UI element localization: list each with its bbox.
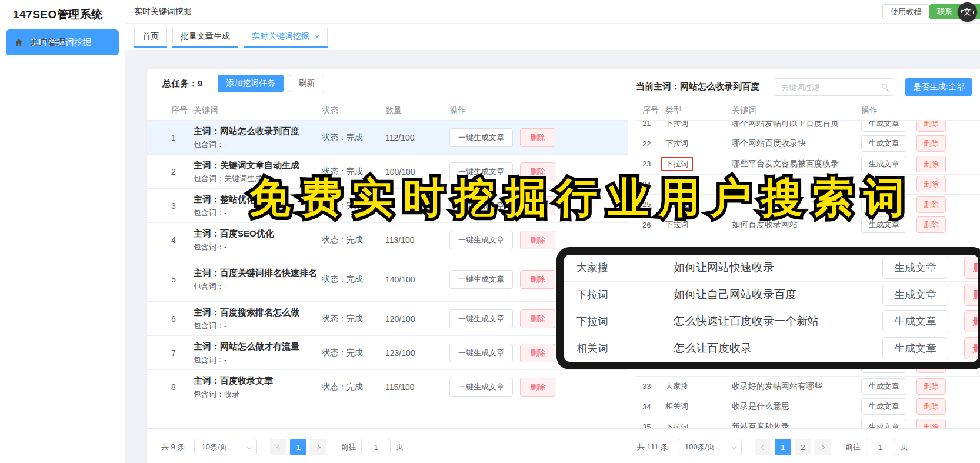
generate-article-button[interactable]: 生成文章 xyxy=(861,216,906,233)
task-row[interactable]: 2 主词：关键词文章自动生成 包含词：关键词生成 状态：完成 100/100 一… xyxy=(147,155,628,189)
task-keyword-cell: 主词：百度关键词排名快速排名 包含词：- xyxy=(194,267,322,292)
generate-article-button[interactable]: 生成文章 xyxy=(882,337,948,359)
generate-article-button[interactable]: 一键生成文章 xyxy=(449,162,513,181)
keyword-type-cell: 下拉词 xyxy=(665,159,732,169)
delete-button[interactable]: 删除 xyxy=(916,176,946,192)
delete-button[interactable]: 删除 xyxy=(520,378,555,397)
keyword-ops: 生成文章 删除 xyxy=(861,176,980,192)
tab[interactable]: 首页 × xyxy=(134,28,167,45)
generate-article-button[interactable]: 生成文章 xyxy=(861,419,906,428)
delete-button[interactable]: 删除 xyxy=(964,337,980,359)
task-include-words: 包含词：- xyxy=(194,355,322,365)
translate-icon[interactable]: 文 xyxy=(958,2,977,22)
keyword-row[interactable]: 33 大家搜 收录好的发帖网站有哪些 生成文章 删除 xyxy=(635,377,980,397)
keyword-row[interactable]: 22 下拉词 哪个网站百度收录快 生成文章 删除 xyxy=(635,134,980,155)
keyword-row[interactable]: 34 相关词 收录是什么意思 生成文章 删除 xyxy=(635,397,980,418)
generate-article-button[interactable]: 一键生成文章 xyxy=(449,128,513,147)
delete-button[interactable]: 删除 xyxy=(916,419,946,428)
task-row[interactable]: 4 主词：百度SEO优化 包含词：- 状态：完成 113/100 一键生成文章 … xyxy=(147,223,628,257)
delete-button[interactable]: 删除 xyxy=(520,128,555,147)
delete-button[interactable]: 删除 xyxy=(916,135,946,152)
delete-button[interactable]: 删除 xyxy=(916,121,946,132)
keyword-row[interactable]: 24 下拉词 生成文章 删除 xyxy=(635,175,980,195)
delete-button[interactable]: 删除 xyxy=(520,309,555,328)
task-qty: 112/100 xyxy=(385,133,449,142)
delete-button[interactable]: 删除 xyxy=(520,270,555,289)
keyword-row[interactable]: 21 下拉词 哪个网站发帖可以上百度首页 生成文章 删除 xyxy=(635,121,980,134)
tab[interactable]: 批量文章生成 × xyxy=(172,28,238,45)
task-row[interactable]: 3 主词：整站优化 包含词：- 状态：完成 一键生成文章 删除 xyxy=(147,189,628,223)
generate-article-button[interactable]: 生成文章 xyxy=(861,121,906,132)
delete-button[interactable]: 删除 xyxy=(916,378,946,395)
generate-article-button[interactable]: 一键生成文章 xyxy=(449,344,513,362)
keyword-row[interactable]: 23 下拉词 哪些平台发文容易被百度收录 生成文章 删除 xyxy=(635,154,980,175)
generate-article-button[interactable]: 生成文章 xyxy=(882,257,948,279)
keyword-filter-input[interactable] xyxy=(774,78,894,96)
generate-article-button[interactable]: 生成文章 xyxy=(882,310,948,332)
tab[interactable]: 实时关键词挖掘 × xyxy=(244,28,328,45)
page-number-button[interactable]: 1 xyxy=(290,439,306,455)
generate-article-button[interactable]: 生成文章 xyxy=(861,196,906,213)
delete-button[interactable]: 删除 xyxy=(964,284,980,306)
generate-article-button[interactable]: 生成文章 xyxy=(861,176,906,192)
prev-page-button[interactable] xyxy=(270,439,286,455)
current-main-word: 当前主词：网站怎么收录到百度 xyxy=(636,81,759,92)
task-status: 状态：完成 xyxy=(322,274,385,285)
delete-button[interactable]: 删除 xyxy=(520,162,555,181)
generate-article-button[interactable]: 一键生成文章 xyxy=(449,231,513,249)
generate-article-button[interactable]: 一键生成文章 xyxy=(449,270,513,289)
generate-article-button[interactable]: 生成文章 xyxy=(882,284,948,306)
generate-article-button[interactable]: 一键生成文章 xyxy=(449,309,513,328)
task-qty: 115/100 xyxy=(385,382,449,392)
keyword-row[interactable]: 26 下拉词 如何百度收录网站 生成文章 删除 xyxy=(635,215,980,236)
help-button[interactable]: 使用教程 xyxy=(882,4,929,19)
page-size-select[interactable]: 100条/页 xyxy=(678,439,742,455)
task-row[interactable]: 8 主词：百度收录文章 包含词：收录 状态：完成 115/100 一键生成文章 … xyxy=(147,370,628,404)
task-qty: 140/100 xyxy=(385,275,449,284)
keyword-row[interactable]: 35 下拉词 新站百度秒收录 生成文章 删除 xyxy=(635,417,980,428)
generate-article-button[interactable]: 一键生成文章 xyxy=(449,378,513,397)
keyword-type: 下拉词 xyxy=(665,179,688,189)
tab-label: 首页 xyxy=(142,31,159,42)
task-ops: 一键生成文章 删除 xyxy=(449,128,628,147)
goto-page-input[interactable] xyxy=(866,439,895,455)
delete-button[interactable]: 删除 xyxy=(916,216,946,233)
task-status: 状态：完成 xyxy=(322,201,385,211)
task-status: 状态：完成 xyxy=(322,132,385,143)
delete-button[interactable]: 删除 xyxy=(964,310,980,332)
task-ops: 一键生成文章 删除 xyxy=(449,231,628,249)
delete-button[interactable]: 删除 xyxy=(916,398,946,415)
generate-article-button[interactable]: 生成文章 xyxy=(861,135,906,152)
delete-button[interactable]: 删除 xyxy=(520,231,555,249)
next-page-button[interactable] xyxy=(310,439,326,455)
task-row[interactable]: 1 主词：网站怎么收录到百度 包含词：- 状态：完成 112/100 一键生成文… xyxy=(147,121,628,155)
generate-article-button[interactable]: 一键生成文章 xyxy=(449,196,513,215)
chevron-right-icon xyxy=(819,444,825,450)
task-status: 状态：完成 xyxy=(322,314,385,324)
page-size-select[interactable]: 10条/页 xyxy=(194,439,257,455)
tab-close-icon[interactable]: × xyxy=(315,32,319,41)
prev-page-button[interactable] xyxy=(755,439,771,455)
sidebar-item[interactable]: 账户管理 xyxy=(6,29,119,55)
next-page-button[interactable] xyxy=(815,439,831,455)
generate-article-button[interactable]: 生成文章 xyxy=(861,378,906,395)
keyword-row[interactable]: 25 大家搜 生成文章 删除 xyxy=(635,195,980,215)
delete-button[interactable]: 删除 xyxy=(916,156,946,172)
generate-article-button[interactable]: 生成文章 xyxy=(861,156,906,172)
keyword-text: 新站百度秒收录 xyxy=(732,422,861,428)
goto-page-input[interactable] xyxy=(361,439,391,455)
generate-all-button[interactable]: 是否生成:全部 xyxy=(905,78,972,96)
add-task-button[interactable]: 添加挖词任务 xyxy=(218,75,284,92)
delete-button[interactable]: 删除 xyxy=(916,196,946,213)
generate-article-button[interactable]: 生成文章 xyxy=(861,398,906,415)
delete-button[interactable]: 删除 xyxy=(520,196,555,215)
page-number-button[interactable]: 2 xyxy=(795,439,811,455)
keyword-type: 相关词 xyxy=(576,341,674,355)
task-no: 4 xyxy=(171,235,194,245)
page-number-button[interactable]: 1 xyxy=(775,439,791,455)
delete-button[interactable]: 删除 xyxy=(964,257,980,279)
refresh-button[interactable]: 刷新 xyxy=(289,75,324,92)
delete-button[interactable]: 删除 xyxy=(520,344,555,362)
chevron-left-icon xyxy=(761,444,766,450)
chevron-down-icon xyxy=(731,444,737,449)
